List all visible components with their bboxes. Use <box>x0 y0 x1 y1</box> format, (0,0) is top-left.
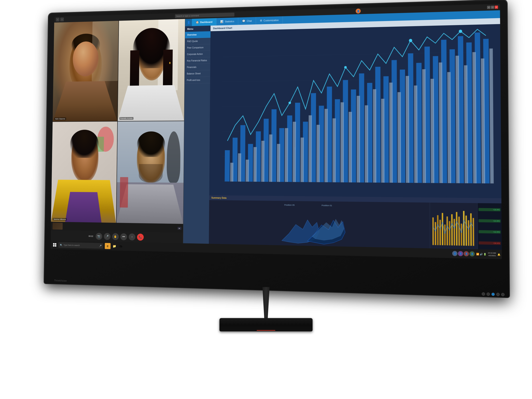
thumbnail-label: ▶ <box>177 227 181 230</box>
video-grid: Nick Stavros <box>51 19 185 224</box>
svg-rect-48 <box>293 122 296 182</box>
tab-statistics[interactable]: 📊 Statistics <box>216 18 238 25</box>
mic-button[interactable]: 🎤 <box>104 233 110 240</box>
svg-rect-96 <box>466 216 467 246</box>
monitor-btn-5[interactable] <box>501 293 505 296</box>
svg-rect-93 <box>458 216 460 246</box>
user-avatar: 👤 <box>356 9 361 14</box>
summary-stats: +16.6% +14.8% +12.6% +34.4% <box>477 203 502 250</box>
svg-rect-95 <box>463 211 465 246</box>
video-button[interactable]: 📷 <box>95 233 102 240</box>
tab-customization[interactable]: ⚙ Customization <box>256 16 283 24</box>
svg-rect-83 <box>435 222 436 245</box>
svg-rect-59 <box>381 99 384 183</box>
taskbar-icons: e 📁 🛍 <box>104 243 125 249</box>
svg-rect-90 <box>451 214 453 245</box>
svg-rect-62 <box>406 76 409 183</box>
svg-rect-91 <box>454 219 455 245</box>
customization-icon: ⚙ <box>260 19 262 22</box>
stat-badge-1: +16.6% <box>479 208 500 211</box>
dashboard-icon: 🏠 <box>196 21 199 24</box>
svg-rect-101 <box>55 243 56 245</box>
sidebar-item-corporate-action[interactable]: Corporate Action <box>185 51 210 58</box>
svg-rect-67 <box>447 72 451 183</box>
svg-rect-65 <box>431 79 434 183</box>
sys-icon-2: 👤 <box>458 251 463 256</box>
sidebar-item-balance-sheet[interactable]: Balance Sheet <box>185 70 210 77</box>
video-cell-2: Pamela Acosta <box>118 19 185 121</box>
monitor-btn-power[interactable] <box>491 293 495 296</box>
finance-sidebar: Menu Overview F&O Quote Peer Comparison … <box>183 26 211 244</box>
summary-chart-left: Position 05 Position 01 <box>209 200 430 248</box>
chat-icon: 💬 <box>242 19 246 23</box>
svg-rect-47 <box>285 128 288 182</box>
svg-rect-61 <box>398 92 401 183</box>
stat-badge-3: +12.6% <box>479 230 500 234</box>
tab-customization-label: Customization <box>264 19 279 22</box>
svg-rect-102 <box>53 245 54 247</box>
svg-rect-7 <box>225 150 230 182</box>
monitor-btn-1[interactable] <box>482 292 485 296</box>
call-timer: 00:22 <box>89 235 93 237</box>
maximize-button[interactable]: □ <box>491 6 494 9</box>
user-icon: 👤 <box>185 19 192 26</box>
svg-rect-92 <box>456 212 457 245</box>
taskbar-clock: 10:10 AM 4/2/2021 <box>488 252 496 257</box>
svg-rect-66 <box>439 63 443 183</box>
sidebar-item-overview[interactable]: Overview <box>185 31 211 38</box>
titlebar-search[interactable]: Search or type a command <box>175 13 234 18</box>
svg-rect-86 <box>442 213 443 245</box>
sidebar-item-key-financial[interactable]: Key Fanancial Ratios <box>185 57 210 64</box>
search-placeholder: Search or type a command <box>176 14 199 17</box>
tab-dashboard-label: Dashboard <box>200 21 212 24</box>
more-button[interactable]: ••• <box>120 233 127 240</box>
main-content: Nick Stavros <box>51 10 502 250</box>
monitor-btn-4[interactable] <box>496 293 500 296</box>
svg-rect-50 <box>309 115 312 182</box>
monitor-btn-2[interactable] <box>487 292 490 296</box>
monitor-bottom-controls <box>482 292 505 296</box>
video-cell-3: Serena Nikorov <box>51 121 117 223</box>
screen: ‹ › Search or type a command 👤 ─ □ ✕ <box>51 4 502 259</box>
svg-rect-45 <box>269 134 272 182</box>
finance-body: Menu Overview F&O Quote Peer Comparison … <box>183 18 502 250</box>
notification-icon: 🔔 <box>497 253 500 256</box>
svg-rect-60 <box>389 83 393 183</box>
start-button[interactable] <box>52 242 58 248</box>
share-button[interactable]: ↑ <box>129 234 135 241</box>
svg-rect-88 <box>446 216 448 245</box>
finance-main: Dashboard Chart <box>209 18 502 250</box>
sidebar-item-profit-loss[interactable]: Profit and loss <box>185 77 210 83</box>
svg-rect-64 <box>422 69 426 183</box>
sidebar-item-peer-comparison[interactable]: Peer Comparison <box>185 44 210 51</box>
taskbar-store-icon[interactable]: 🛍 <box>118 243 124 249</box>
voice-icon: 🎤 <box>99 245 101 247</box>
svg-rect-55 <box>349 112 352 183</box>
forward-button[interactable]: › <box>60 18 64 21</box>
tab-dashboard[interactable]: 🏠 Dashboard <box>192 18 216 26</box>
svg-rect-89 <box>449 221 450 245</box>
taskbar-folder-icon[interactable]: 📁 <box>111 243 117 249</box>
sidebar-item-financials[interactable]: Financials <box>185 64 210 70</box>
end-call-button[interactable]: 📞 <box>137 234 144 241</box>
back-button[interactable]: ‹ <box>56 18 59 21</box>
svg-rect-43 <box>253 147 257 182</box>
volume-icon: 🔊 <box>480 253 483 255</box>
wifi-icon: 📶 <box>476 253 479 255</box>
taskbar-search[interactable]: 🔍 Type here to search 🎤 <box>58 242 103 249</box>
hand-button[interactable]: ✋ <box>112 233 119 240</box>
position01-label: Position 01 <box>322 204 332 207</box>
minimize-button[interactable]: ─ <box>487 6 490 9</box>
svg-rect-87 <box>444 225 446 245</box>
svg-rect-68 <box>456 56 460 183</box>
stat-badge-4: +34.4% <box>479 241 501 245</box>
svg-rect-97 <box>468 220 469 246</box>
svg-rect-46 <box>277 144 280 182</box>
sidebar-item-fo-quote[interactable]: F&O Quote <box>185 38 210 45</box>
win-controls: ─ □ ✕ <box>487 6 498 9</box>
tab-chat[interactable]: 💬 Chat <box>238 17 256 25</box>
svg-rect-51 <box>317 125 320 182</box>
taskbar-edge-icon[interactable]: e <box>105 243 111 249</box>
position05-label: Position 05 <box>284 204 295 206</box>
close-button[interactable]: ✕ <box>495 6 498 9</box>
